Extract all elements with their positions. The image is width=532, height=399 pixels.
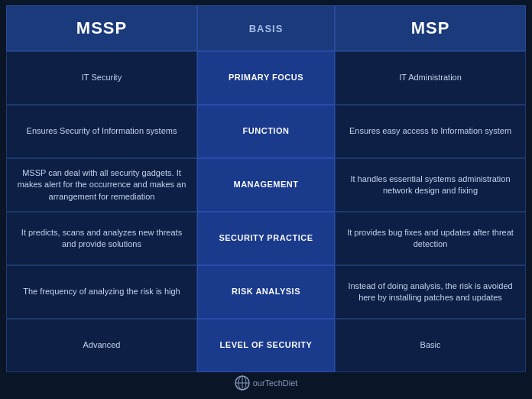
basis-cell-0: PRIMARY FOCUS bbox=[197, 51, 335, 105]
mssp-text-0: IT Security bbox=[82, 72, 122, 83]
mssp-text-5: Advanced bbox=[83, 339, 121, 351]
basis-cell-4: RISK ANALYSIS bbox=[197, 265, 335, 319]
msp-text-2: It handles essential systems administrat… bbox=[343, 174, 517, 197]
msp-text-0: IT Administration bbox=[399, 72, 462, 83]
basis-cell-1: FUNCTION bbox=[197, 105, 335, 158]
brand-name: ourTechDiet bbox=[253, 378, 298, 388]
table-row: The frequency of analyzing the risk is h… bbox=[6, 265, 526, 319]
table-row: IT Security PRIMARY FOCUS IT Administrat… bbox=[6, 51, 526, 105]
msp-cell-3: It provides bug fixes and updates after … bbox=[335, 212, 526, 265]
basis-cell-2: MANAGEMENT bbox=[197, 158, 335, 212]
basis-cell-5: LEVEL OF SECURITY bbox=[197, 319, 335, 372]
brand-logo-icon bbox=[235, 375, 250, 391]
table-row: Advanced LEVEL OF SECURITY Basic bbox=[6, 319, 526, 372]
msp-text-4: Instead of doing analysis, the risk is a… bbox=[343, 281, 517, 304]
basis-text-2: MANAGEMENT bbox=[233, 179, 298, 190]
table-row: MSSP can deal with all security gadgets.… bbox=[6, 158, 526, 212]
msp-text-5: Basic bbox=[420, 339, 441, 351]
mssp-title: MSSP bbox=[76, 18, 127, 38]
header-msp: MSP bbox=[335, 5, 526, 51]
msp-text-1: Ensures easy access to Information syste… bbox=[349, 125, 511, 137]
basis-text-5: LEVEL OF SECURITY bbox=[220, 339, 313, 351]
comparison-table: MSSP BASIS MSP IT Security PRIMARY FOCUS… bbox=[6, 5, 526, 394]
msp-cell-4: Instead of doing analysis, the risk is a… bbox=[335, 265, 526, 319]
msp-cell-1: Ensures easy access to Information syste… bbox=[335, 105, 526, 158]
basis-text-1: FUNCTION bbox=[243, 125, 290, 137]
basis-cell-3: SECURITY PRACTICE bbox=[197, 212, 335, 265]
mssp-text-2: MSSP can deal with all security gadgets.… bbox=[15, 167, 189, 203]
msp-cell-0: IT Administration bbox=[335, 51, 526, 105]
header-mssp: MSSP bbox=[6, 5, 197, 51]
mssp-text-4: The frequency of analyzing the risk is h… bbox=[23, 286, 180, 297]
header-basis: BASIS bbox=[197, 5, 335, 51]
msp-text-3: It provides bug fixes and updates after … bbox=[343, 227, 517, 251]
mssp-text-3: It predicts, scans and analyzes new thre… bbox=[15, 227, 189, 251]
rows-container: IT Security PRIMARY FOCUS IT Administrat… bbox=[6, 51, 526, 372]
header-row: MSSP BASIS MSP bbox=[6, 5, 526, 51]
mssp-cell-3: It predicts, scans and analyzes new thre… bbox=[6, 212, 197, 265]
msp-cell-5: Basic bbox=[335, 319, 526, 372]
basis-text-0: PRIMARY FOCUS bbox=[229, 72, 303, 83]
mssp-text-1: Ensures Security of Information systems bbox=[27, 125, 177, 137]
basis-text-3: SECURITY PRACTICE bbox=[219, 232, 313, 244]
mssp-cell-4: The frequency of analyzing the risk is h… bbox=[6, 265, 197, 319]
msp-title: MSP bbox=[411, 18, 450, 38]
mssp-cell-0: IT Security bbox=[6, 51, 197, 105]
basis-title: BASIS bbox=[249, 23, 284, 34]
mssp-cell-5: Advanced bbox=[6, 319, 197, 372]
table-row: Ensures Security of Information systems … bbox=[6, 105, 526, 158]
footer: ourTechDiet bbox=[6, 372, 526, 394]
basis-text-4: RISK ANALYSIS bbox=[232, 286, 300, 297]
mssp-cell-1: Ensures Security of Information systems bbox=[6, 105, 197, 158]
mssp-cell-2: MSSP can deal with all security gadgets.… bbox=[6, 158, 197, 212]
table-row: It predicts, scans and analyzes new thre… bbox=[6, 212, 526, 265]
msp-cell-2: It handles essential systems administrat… bbox=[335, 158, 526, 212]
